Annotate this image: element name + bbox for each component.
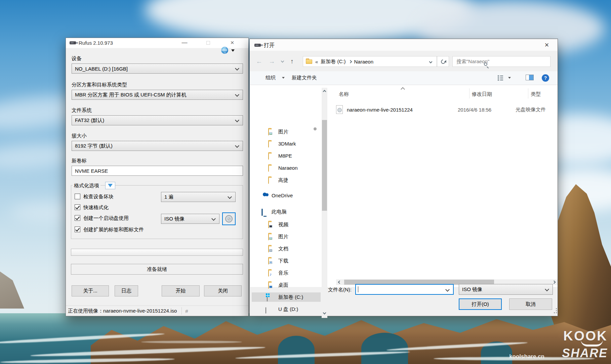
scroll-left-icon[interactable] bbox=[338, 281, 341, 284]
sidebar-item-documents[interactable] bbox=[268, 246, 269, 252]
cluster-size-select[interactable]: 8192 字节 (默认) bbox=[72, 141, 243, 151]
language-globe-icon[interactable] bbox=[221, 47, 228, 54]
advanced-options-toggle[interactable] bbox=[105, 182, 115, 189]
recent-locations-caret[interactable] bbox=[281, 59, 284, 63]
breadcrumb-dropdown-caret[interactable] bbox=[429, 60, 433, 64]
sidebar-label[interactable]: OneDrive bbox=[272, 193, 293, 198]
passes-select[interactable]: 1 遍 bbox=[161, 192, 236, 202]
boot-type-select[interactable]: ISO 镜像 bbox=[161, 214, 219, 224]
maximize-button[interactable] bbox=[201, 38, 215, 47]
sidebar-label[interactable]: 3DMark bbox=[278, 141, 296, 147]
sidebar-item-downloads[interactable] bbox=[268, 258, 269, 264]
sidebar-label[interactable]: 图片 bbox=[278, 234, 288, 240]
sidebar-item-naraeon[interactable] bbox=[268, 166, 269, 171]
column-divider[interactable] bbox=[528, 88, 528, 98]
sort-caret-icon[interactable] bbox=[401, 87, 405, 91]
quick-format-checkbox[interactable] bbox=[75, 204, 80, 210]
sidebar-scrollbar[interactable] bbox=[322, 88, 327, 318]
sidebar-item-drive-c[interactable] bbox=[267, 295, 268, 301]
statusbar-hash: # bbox=[185, 308, 188, 314]
sidebar-item-pictures[interactable] bbox=[268, 234, 269, 240]
desktop-folder-icon bbox=[268, 282, 269, 289]
sidebar-label[interactable]: 此电脑 bbox=[272, 209, 287, 215]
new-folder-button[interactable]: 新建文件夹 bbox=[292, 75, 317, 81]
scroll-up-icon[interactable] bbox=[323, 90, 326, 93]
organize-button[interactable]: 组织 bbox=[266, 75, 276, 81]
desktop: KOOK SHARE koolshare.cn Rufus 2.10.973 —… bbox=[0, 0, 611, 364]
breadcrumb[interactable]: « 新加卷 (C:) Naraeon bbox=[303, 56, 437, 67]
dialog-close-icon[interactable]: × bbox=[539, 40, 555, 50]
drive-c-icon bbox=[267, 295, 268, 301]
log-button[interactable]: 日志 bbox=[115, 285, 138, 296]
file-row[interactable]: naraeon-nvme-live-20151224 2016/4/6 18:5… bbox=[336, 104, 558, 115]
rufus-titlebar[interactable]: Rufus 2.10.973 — × bbox=[66, 38, 248, 48]
sidebar-label[interactable]: U 盘 (D:) bbox=[278, 306, 298, 313]
open-button[interactable]: 打开(O) bbox=[459, 298, 502, 310]
sidebar-item-music[interactable]: ♪ bbox=[268, 271, 269, 276]
breadcrumb-item-drive[interactable]: 新加卷 (C:) bbox=[321, 58, 345, 65]
view-caret-icon[interactable] bbox=[508, 77, 511, 79]
sidebar-label[interactable]: 高捷 bbox=[278, 177, 288, 184]
sidebar-item-drive-d[interactable] bbox=[266, 308, 266, 313]
about-button[interactable]: 关于... bbox=[72, 285, 109, 296]
sidebar-label[interactable]: 视频 bbox=[278, 221, 288, 228]
sidebar-label[interactable]: 图片 bbox=[278, 129, 288, 135]
refresh-button[interactable] bbox=[437, 56, 449, 67]
chevron-down-icon bbox=[211, 216, 216, 221]
language-dropdown-caret[interactable] bbox=[231, 49, 235, 52]
sidebar-item-this-pc[interactable] bbox=[261, 209, 263, 215]
column-divider[interactable] bbox=[469, 88, 470, 98]
column-header-type[interactable]: 类型 bbox=[531, 91, 541, 97]
resize-grip[interactable] bbox=[554, 312, 555, 313]
device-select[interactable]: NO_LABEL (D:) [16GB] bbox=[72, 64, 243, 74]
help-icon[interactable]: ? bbox=[542, 74, 549, 82]
volume-label-input[interactable]: NVME EARSE bbox=[72, 166, 243, 176]
back-arrow-icon[interactable]: ← bbox=[254, 56, 264, 66]
partition-scheme-select[interactable]: MBR 分区方案 用于 BIOS 或 UEFI-CSM 的计算机 bbox=[72, 90, 243, 100]
cancel-label: 取消 bbox=[526, 301, 536, 308]
forward-arrow-icon[interactable]: → bbox=[267, 56, 277, 66]
minimize-button[interactable]: — bbox=[178, 38, 191, 47]
column-header-date[interactable]: 修改日期 bbox=[472, 91, 492, 97]
sidebar-label[interactable]: 文档 bbox=[278, 246, 288, 252]
chevron-down-icon bbox=[235, 92, 239, 97]
folder-icon bbox=[268, 153, 269, 160]
sidebar-item-m8pe[interactable] bbox=[268, 154, 269, 159]
up-arrow-icon[interactable]: ↑ bbox=[287, 56, 297, 66]
filetype-select[interactable]: ISO 镜像 bbox=[459, 284, 553, 295]
dialog-titlebar[interactable]: 打开 × bbox=[250, 39, 558, 51]
sidebar-item-desktop[interactable] bbox=[268, 283, 269, 288]
folder-icon bbox=[306, 59, 312, 64]
cancel-button[interactable]: 取消 bbox=[509, 298, 552, 310]
refresh-icon bbox=[440, 58, 446, 65]
sidebar-item-3dmark[interactable] bbox=[268, 141, 269, 147]
device-value: NO_LABEL (D:) [16GB] bbox=[75, 66, 128, 72]
filesystem-select[interactable]: FAT32 (默认) bbox=[72, 115, 243, 125]
sidebar-label[interactable]: 下载 bbox=[278, 258, 288, 264]
bootable-disk-checkbox[interactable] bbox=[75, 215, 80, 221]
breadcrumb-item-folder[interactable]: Naraeon bbox=[354, 59, 374, 65]
sidebar-label[interactable]: 音乐 bbox=[278, 270, 288, 276]
scroll-down-icon[interactable] bbox=[323, 311, 326, 315]
sidebar-label[interactable]: M8PE bbox=[278, 153, 292, 159]
check-bad-blocks-checkbox[interactable] bbox=[75, 194, 80, 199]
sidebar-item-pictures-quick[interactable] bbox=[268, 129, 269, 135]
sidebar-item-gaojie[interactable] bbox=[268, 178, 269, 184]
preview-pane-icon[interactable] bbox=[526, 75, 534, 80]
sidebar-item-videos[interactable] bbox=[268, 222, 269, 228]
start-label: 开始 bbox=[176, 288, 186, 294]
column-header-name[interactable]: 名称 bbox=[339, 91, 349, 97]
filename-input[interactable] bbox=[355, 284, 454, 295]
close-button[interactable]: 关闭 bbox=[204, 285, 242, 296]
select-iso-button[interactable] bbox=[222, 212, 236, 225]
search-box[interactable]: 搜索"Naraeon" bbox=[452, 56, 551, 67]
close-icon[interactable]: × bbox=[225, 38, 240, 47]
scroll-right-icon[interactable] bbox=[553, 281, 556, 284]
extended-label-checkbox[interactable] bbox=[75, 227, 80, 232]
sidebar-label[interactable]: 新加卷 (C:) bbox=[278, 294, 303, 300]
file-date: 2016/4/6 18:56 bbox=[458, 107, 516, 113]
sidebar-label[interactable]: Naraeon bbox=[278, 165, 298, 171]
sidebar-label[interactable]: 桌面 bbox=[278, 282, 288, 288]
start-button[interactable]: 开始 bbox=[162, 285, 200, 296]
scrollbar-thumb[interactable] bbox=[322, 120, 327, 211]
